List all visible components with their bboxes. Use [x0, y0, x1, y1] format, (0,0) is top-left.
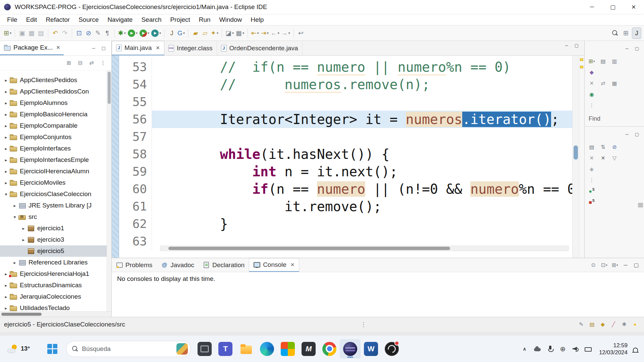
- editor-hscrollbar-thumb[interactable]: [168, 247, 450, 250]
- status-book-icon[interactable]: ▤: [587, 319, 597, 329]
- editor-tab-integer-class[interactable]: 010Integer.class: [164, 41, 217, 55]
- mark-occurrences-button[interactable]: ✎: [93, 27, 103, 39]
- expander-icon[interactable]: ▸: [3, 180, 9, 185]
- expander-icon[interactable]: ▸: [3, 89, 9, 94]
- tree-item-ejercicio3[interactable]: ▸ejercicio3: [0, 234, 111, 245]
- expander-icon[interactable]: ▸: [3, 135, 9, 140]
- explorer-app-icon[interactable]: [236, 339, 257, 359]
- menu-window[interactable]: Window: [215, 14, 247, 25]
- package-explorer-close-icon[interactable]: ✕: [56, 45, 60, 51]
- code-line-53[interactable]: 53 // if(n == numero || numero%n == 0): [119, 58, 572, 76]
- save-all-button[interactable]: ▦: [27, 27, 36, 39]
- overview-marker[interactable]: [580, 66, 583, 68]
- teams-app-icon[interactable]: T: [215, 339, 236, 359]
- expander-icon[interactable]: ▸: [11, 260, 18, 265]
- rp-flask-button[interactable]: ◈: [587, 164, 597, 174]
- pe-collapse-all-button[interactable]: ⊟: [75, 58, 85, 68]
- next-annotation-button[interactable]: ⇥▾: [260, 27, 270, 39]
- expander-icon[interactable]: ▾: [3, 192, 9, 197]
- package-explorer-tab[interactable]: Package Ex... ✕: [0, 41, 64, 55]
- search-dialog-button-dropdown[interactable]: ▾: [217, 31, 218, 35]
- external-tools-button-dropdown[interactable]: ▾: [159, 31, 161, 35]
- editor[interactable]: 53 // if(n == numero || numero%n == 0)54…: [112, 56, 584, 258]
- editor-tab-main-java[interactable]: JMain.java✕: [112, 41, 164, 55]
- rp-new-wizard-button-dropdown[interactable]: ▾: [593, 60, 595, 63]
- expander-icon[interactable]: ▸: [3, 283, 9, 288]
- pe-link-editor-button[interactable]: ⇄: [87, 58, 97, 68]
- tray-chevron-icon[interactable]: [519, 343, 531, 355]
- window-close-button[interactable]: ✕: [623, 0, 644, 14]
- tray-globe-icon[interactable]: [557, 343, 569, 355]
- new-button-dropdown[interactable]: ▾: [10, 31, 11, 35]
- editor-tab-ordendescendente-java[interactable]: JOrdenDescendente.java: [217, 41, 303, 55]
- package-explorer-vscrollbar[interactable]: [107, 70, 111, 311]
- debug-button[interactable]: ✱▾: [117, 27, 127, 39]
- editor-annotation-bar[interactable]: [112, 56, 119, 258]
- menu-project[interactable]: Project: [166, 14, 195, 25]
- rp-clear-search-button[interactable]: ⊘: [609, 142, 620, 152]
- tray-volume-icon[interactable]: [570, 343, 582, 355]
- status-bulb-icon[interactable]: ●: [630, 319, 640, 329]
- right-panel-maximize-button[interactable]: ▢: [633, 44, 641, 53]
- tree-item-ejemplointerfaces[interactable]: ▸EjemploInterfaces: [0, 143, 111, 154]
- new-java-project-button[interactable]: J: [167, 27, 176, 39]
- redo-button[interactable]: ↷: [60, 27, 69, 39]
- expander-icon[interactable]: ▸: [3, 112, 9, 117]
- console-maximize-button[interactable]: ▢: [631, 260, 641, 270]
- tray-battery-icon[interactable]: [582, 343, 594, 355]
- menu-source[interactable]: Source: [74, 14, 103, 25]
- open-perspective-button[interactable]: ⊞: [621, 27, 631, 39]
- overview-marker[interactable]: [580, 58, 583, 61]
- window-app-icon[interactable]: [194, 339, 215, 359]
- console-display-button[interactable]: ⊡▾: [599, 260, 609, 270]
- annotations-button[interactable]: ◪▾: [224, 27, 235, 39]
- open-console-view-button[interactable]: ⊡: [74, 27, 84, 39]
- open-table-button-dropdown[interactable]: ▾: [243, 31, 244, 35]
- menu-navigate[interactable]: Navigate: [103, 14, 137, 25]
- console-tab-declaration[interactable]: Declaration: [199, 258, 249, 272]
- expander-icon[interactable]: ▸: [11, 203, 18, 208]
- code-line-60[interactable]: 60 if(n == numero || (n!=0 && numero%n =…: [119, 180, 572, 198]
- console-open-button-dropdown[interactable]: ▾: [616, 263, 618, 267]
- code-line-56[interactable]: 56 Iterator<Integer> it = numeros.iterat…: [119, 111, 572, 128]
- code-line-55[interactable]: 55: [119, 93, 572, 111]
- tree-item-ejerciciomoviles[interactable]: ▸EjercicioMoviles: [0, 177, 111, 188]
- previous-annotation-button-dropdown[interactable]: ▾: [257, 31, 259, 35]
- expander-icon[interactable]: ▾: [11, 215, 18, 220]
- rp-grid-button[interactable]: ▦: [609, 78, 620, 88]
- next-annotation-button-dropdown[interactable]: ▾: [267, 31, 269, 35]
- tree-item-utilidadesteclado[interactable]: ▸UtilidadesTeclado: [0, 302, 111, 311]
- back-button[interactable]: ←▾: [270, 27, 280, 39]
- search-highlight-image[interactable]: [176, 343, 188, 355]
- tree-item-ejemplobasicoherencia[interactable]: ▸EjemploBasicoHerencia: [0, 109, 111, 120]
- status-gear-icon[interactable]: ✱: [619, 319, 629, 329]
- editor-maximize-button[interactable]: ▢: [572, 41, 581, 50]
- statusbar-overflow-icon[interactable]: ⋮: [361, 321, 366, 328]
- rp-layout-a-button[interactable]: ▤: [598, 56, 608, 66]
- tray-cloud-icon[interactable]: [531, 343, 543, 355]
- menu-file[interactable]: File: [3, 14, 22, 25]
- eclipse-app-icon[interactable]: [340, 339, 361, 359]
- menu-search[interactable]: Search: [137, 14, 166, 25]
- console-tab-close-icon[interactable]: ✕: [290, 262, 295, 268]
- tree-item-ejerciciosclasecoleccion[interactable]: ▾EjerciciosClaseColeccion: [0, 188, 111, 200]
- rp-layout2-button[interactable]: ▤: [587, 142, 597, 152]
- editor-vscrollbar-thumb[interactable]: [574, 145, 578, 160]
- undo-button[interactable]: ↶: [51, 27, 60, 39]
- forward-button-dropdown[interactable]: ▾: [288, 31, 290, 35]
- right-panel-2-maximize-button[interactable]: ▢: [633, 130, 641, 138]
- taskbar-search[interactable]: [66, 341, 191, 357]
- expander-icon[interactable]: ▸: [20, 226, 27, 231]
- tree-item-ejercicio5[interactable]: ejercicio5: [0, 245, 111, 257]
- expander-icon[interactable]: ▸: [3, 272, 9, 277]
- expander-icon[interactable]: ▸: [20, 237, 27, 242]
- window-minimize-button[interactable]: ─: [582, 0, 602, 14]
- rp-java-element-button[interactable]: ◉: [587, 89, 597, 100]
- expander-icon[interactable]: ▸: [3, 78, 9, 83]
- rp-drag-handle[interactable]: ⋮: [587, 101, 597, 111]
- console-pin-button[interactable]: ⊙: [588, 260, 598, 270]
- chrome-app-icon[interactable]: [319, 339, 340, 359]
- package-explorer-hscrollbar[interactable]: [0, 311, 111, 317]
- code-line-57[interactable]: 57: [119, 128, 572, 145]
- coverage-button[interactable]: ▶▾: [139, 27, 150, 39]
